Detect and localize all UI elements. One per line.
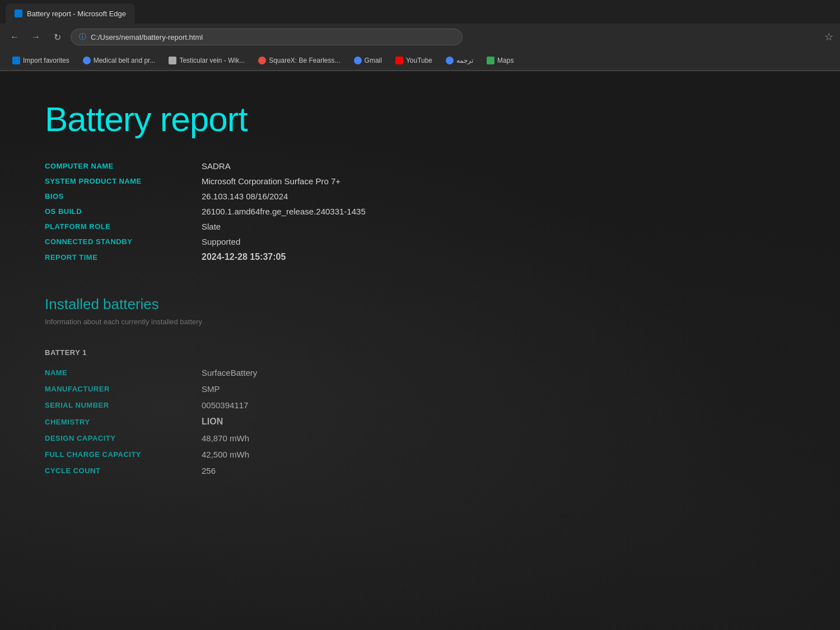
bookmark-maps[interactable]: Maps — [481, 55, 519, 66]
battery-1-header: BATTERY 1 — [45, 348, 795, 357]
bookmark-label: Medical belt and pr... — [94, 57, 156, 64]
bookmark-label: Maps — [497, 57, 514, 64]
label-manufacturer: MANUFACTURER — [45, 385, 202, 393]
page-title: Battery report — [45, 99, 795, 139]
star-button[interactable]: ☆ — [824, 31, 833, 43]
value-computer-name: SADRA — [202, 161, 795, 171]
tab-title: Battery report - Microsoft Edge — [27, 10, 126, 18]
label-design-capacity: DESIGN CAPACITY — [45, 434, 202, 442]
bookmark-medical-belt[interactable]: Medical belt and pr... — [77, 55, 161, 66]
forward-button[interactable]: → — [28, 29, 44, 45]
batteries-section: Installed batteries Information about ea… — [45, 296, 795, 475]
value-report-time: 2024-12-28 15:37:05 — [202, 252, 795, 262]
label-full-charge-capacity: FULL CHARGE CAPACITY — [45, 450, 202, 459]
info-icon: ⓘ — [79, 32, 86, 42]
value-bios: 26.103.143 08/16/2024 — [202, 192, 795, 201]
bookmark-translate[interactable]: ترجمه — [440, 55, 479, 66]
value-full-charge-capacity: 42,500 mWh — [202, 450, 795, 459]
browser-toolbar: ← → ↻ ⓘ C:/Users/nemat/battery-report.ht… — [0, 24, 840, 50]
label-system-product-name: SYSTEM PRODUCT NAME — [45, 177, 202, 185]
battery-info-grid: NAME SurfaceBattery MANUFACTURER SMP SER… — [45, 368, 795, 475]
value-serial-number: 0050394117 — [202, 400, 795, 410]
bookmarks-bar: Import favorites Medical belt and pr... … — [0, 50, 840, 71]
label-computer-name: COMPUTER NAME — [45, 162, 202, 170]
tab-bar: Battery report - Microsoft Edge — [0, 0, 840, 24]
value-design-capacity: 48,870 mWh — [202, 433, 795, 443]
bookmark-label: YouTube — [406, 57, 432, 64]
label-cycle-count: CYCLE COUNT — [45, 466, 202, 475]
bookmark-favicon — [487, 57, 494, 64]
address-bar[interactable]: ⓘ C:/Users/nemat/battery-report.html — [71, 29, 463, 45]
value-cycle-count: 256 — [202, 466, 795, 475]
bookmark-import-favorites[interactable]: Import favorites — [7, 55, 75, 66]
bookmark-label: Gmail — [365, 57, 382, 64]
browser-chrome: Battery report - Microsoft Edge ← → ↻ ⓘ … — [0, 0, 840, 71]
address-text: C:/Users/nemat/battery-report.html — [91, 33, 203, 41]
label-os-build: OS BUILD — [45, 207, 202, 216]
bookmark-label: Testicular vein - Wik... — [179, 57, 245, 64]
bookmark-youtube[interactable]: YouTube — [390, 55, 438, 66]
active-tab[interactable]: Battery report - Microsoft Edge — [6, 3, 135, 24]
bookmark-testicular-vein[interactable]: Testicular vein - Wik... — [163, 55, 250, 66]
bookmark-label: Import favorites — [23, 57, 69, 64]
label-connected-standby: CONNECTED STANDBY — [45, 237, 202, 246]
bookmark-favicon — [446, 57, 454, 64]
label-report-time: REPORT TIME — [45, 253, 202, 262]
value-connected-standby: Supported — [202, 237, 795, 246]
bookmark-favicon — [169, 57, 176, 64]
label-name: NAME — [45, 368, 202, 377]
bookmark-label: SquareX: Be Fearless... — [269, 57, 340, 64]
bookmark-gmail[interactable]: Gmail — [348, 55, 388, 66]
value-name: SurfaceBattery — [202, 368, 795, 377]
label-bios: BIOS — [45, 192, 202, 200]
tab-favicon — [15, 10, 22, 17]
value-system-product-name: Microsoft Corporation Surface Pro 7+ — [202, 176, 795, 186]
value-os-build: 26100.1.amd64fre.ge_release.240331-1435 — [202, 207, 795, 216]
label-serial-number: SERIAL NUMBER — [45, 401, 202, 409]
bookmark-label: ترجمه — [456, 57, 473, 64]
bookmark-favicon — [354, 57, 362, 64]
bookmark-squarex[interactable]: SquareX: Be Fearless... — [253, 55, 346, 66]
label-chemistry: CHEMISTRY — [45, 418, 202, 426]
batteries-section-title: Installed batteries — [45, 296, 795, 313]
value-platform-role: Slate — [202, 222, 795, 231]
batteries-section-subtitle: Information about each currently install… — [45, 318, 795, 326]
value-manufacturer: SMP — [202, 384, 795, 394]
label-platform-role: PLATFORM ROLE — [45, 222, 202, 231]
bookmark-favicon — [258, 57, 266, 64]
value-chemistry: LION — [202, 417, 795, 427]
page-content: Battery report COMPUTER NAME SADRA SYSTE… — [0, 71, 840, 630]
bookmark-favicon — [395, 57, 403, 64]
bookmark-favicon — [12, 57, 20, 64]
refresh-button[interactable]: ↻ — [49, 29, 65, 45]
bookmark-favicon — [83, 57, 91, 64]
back-button[interactable]: ← — [7, 29, 22, 45]
system-info-grid: COMPUTER NAME SADRA SYSTEM PRODUCT NAME … — [45, 161, 795, 262]
